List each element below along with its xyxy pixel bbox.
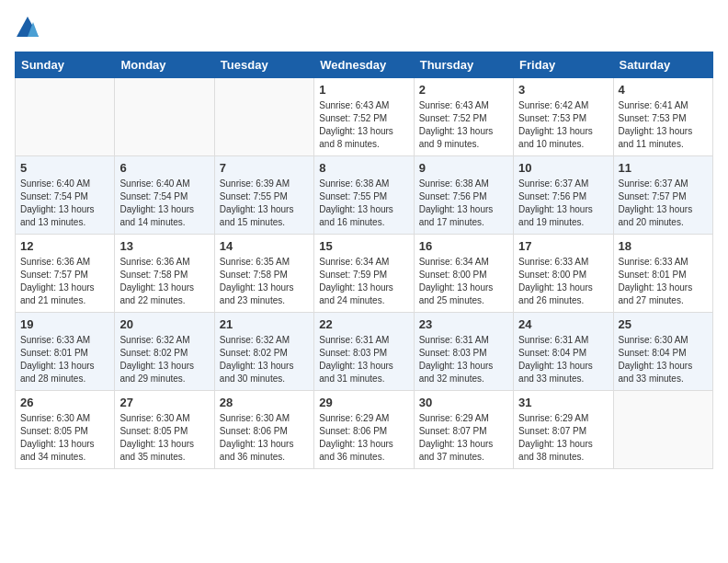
day-number: 18 xyxy=(619,239,708,253)
day-info: Sunrise: 6:32 AMSunset: 8:02 PMDaylight:… xyxy=(220,334,309,385)
calendar-week-row: 26Sunrise: 6:30 AMSunset: 8:05 PMDayligh… xyxy=(16,391,713,469)
day-number: 16 xyxy=(419,239,508,253)
day-info: Sunrise: 6:30 AMSunset: 8:05 PMDaylight:… xyxy=(20,412,109,464)
day-info: Sunrise: 6:38 AMSunset: 7:55 PMDaylight:… xyxy=(319,178,408,229)
logo-icon xyxy=(15,15,40,40)
day-info: Sunrise: 6:29 AMSunset: 8:06 PMDaylight:… xyxy=(319,412,408,464)
day-info: Sunrise: 6:34 AMSunset: 8:00 PMDaylight:… xyxy=(419,256,508,307)
day-number: 22 xyxy=(319,317,408,331)
calendar-header-row: SundayMondayTuesdayWednesdayThursdayFrid… xyxy=(16,52,713,78)
calendar-cell: 10Sunrise: 6:37 AMSunset: 7:56 PMDayligh… xyxy=(514,156,613,235)
calendar-cell: 27Sunrise: 6:30 AMSunset: 8:05 PMDayligh… xyxy=(115,391,214,469)
calendar-cell: 16Sunrise: 6:34 AMSunset: 8:00 PMDayligh… xyxy=(414,235,513,313)
day-info: Sunrise: 6:43 AMSunset: 7:52 PMDaylight:… xyxy=(319,99,408,151)
day-number: 12 xyxy=(20,239,109,253)
calendar-cell: 19Sunrise: 6:33 AMSunset: 8:01 PMDayligh… xyxy=(16,313,115,391)
day-info: Sunrise: 6:31 AMSunset: 8:03 PMDaylight:… xyxy=(319,334,408,385)
calendar-cell xyxy=(214,78,313,156)
calendar-cell xyxy=(16,78,115,156)
weekday-header: Thursday xyxy=(414,52,513,78)
calendar-week-row: 1Sunrise: 6:43 AMSunset: 7:52 PMDaylight… xyxy=(16,78,713,156)
day-number: 13 xyxy=(119,239,209,253)
day-info: Sunrise: 6:31 AMSunset: 8:03 PMDaylight:… xyxy=(419,334,508,385)
calendar-cell: 2Sunrise: 6:43 AMSunset: 7:52 PMDaylight… xyxy=(414,78,513,156)
calendar-cell: 4Sunrise: 6:41 AMSunset: 7:53 PMDaylight… xyxy=(613,78,712,156)
day-number: 1 xyxy=(319,83,408,97)
day-number: 25 xyxy=(619,317,708,331)
calendar-table: SundayMondayTuesdayWednesdayThursdayFrid… xyxy=(15,52,713,469)
calendar-cell: 11Sunrise: 6:37 AMSunset: 7:57 PMDayligh… xyxy=(613,156,712,235)
day-number: 30 xyxy=(419,396,508,409)
day-info: Sunrise: 6:40 AMSunset: 7:54 PMDaylight:… xyxy=(20,178,109,229)
day-info: Sunrise: 6:37 AMSunset: 7:57 PMDaylight:… xyxy=(619,178,708,229)
day-number: 3 xyxy=(518,83,608,97)
day-number: 6 xyxy=(119,161,209,175)
day-number: 29 xyxy=(319,396,408,409)
calendar-cell: 12Sunrise: 6:36 AMSunset: 7:57 PMDayligh… xyxy=(16,235,115,313)
day-info: Sunrise: 6:42 AMSunset: 7:53 PMDaylight:… xyxy=(518,99,608,151)
calendar-cell: 9Sunrise: 6:38 AMSunset: 7:56 PMDaylight… xyxy=(414,156,513,235)
day-number: 21 xyxy=(220,317,309,331)
day-number: 5 xyxy=(20,161,109,175)
day-info: Sunrise: 6:40 AMSunset: 7:54 PMDaylight:… xyxy=(119,178,209,229)
day-info: Sunrise: 6:30 AMSunset: 8:05 PMDaylight:… xyxy=(119,412,209,464)
day-number: 24 xyxy=(518,317,608,331)
calendar-cell: 22Sunrise: 6:31 AMSunset: 8:03 PMDayligh… xyxy=(314,313,414,391)
day-info: Sunrise: 6:30 AMSunset: 8:06 PMDaylight:… xyxy=(220,412,309,464)
calendar-cell: 5Sunrise: 6:40 AMSunset: 7:54 PMDaylight… xyxy=(16,156,115,235)
day-info: Sunrise: 6:36 AMSunset: 7:57 PMDaylight:… xyxy=(20,256,109,307)
day-number: 27 xyxy=(119,396,209,409)
day-info: Sunrise: 6:39 AMSunset: 7:55 PMDaylight:… xyxy=(220,178,309,229)
day-info: Sunrise: 6:30 AMSunset: 8:04 PMDaylight:… xyxy=(619,334,708,385)
day-info: Sunrise: 6:37 AMSunset: 7:56 PMDaylight:… xyxy=(518,178,608,229)
weekday-header: Friday xyxy=(514,52,613,78)
calendar-cell: 3Sunrise: 6:42 AMSunset: 7:53 PMDaylight… xyxy=(514,78,613,156)
day-number: 20 xyxy=(119,317,209,331)
weekday-header: Tuesday xyxy=(214,52,313,78)
day-info: Sunrise: 6:33 AMSunset: 8:01 PMDaylight:… xyxy=(619,256,708,307)
day-info: Sunrise: 6:33 AMSunset: 8:00 PMDaylight:… xyxy=(518,256,608,307)
calendar-cell: 23Sunrise: 6:31 AMSunset: 8:03 PMDayligh… xyxy=(414,313,513,391)
calendar-week-row: 5Sunrise: 6:40 AMSunset: 7:54 PMDaylight… xyxy=(16,156,713,235)
day-number: 23 xyxy=(419,317,508,331)
calendar-cell: 21Sunrise: 6:32 AMSunset: 8:02 PMDayligh… xyxy=(214,313,313,391)
day-info: Sunrise: 6:34 AMSunset: 7:59 PMDaylight:… xyxy=(319,256,408,307)
day-info: Sunrise: 6:29 AMSunset: 8:07 PMDaylight:… xyxy=(518,412,608,464)
calendar-cell xyxy=(613,391,712,469)
logo[interactable] xyxy=(15,15,44,40)
day-info: Sunrise: 6:29 AMSunset: 8:07 PMDaylight:… xyxy=(419,412,508,464)
weekday-header: Monday xyxy=(115,52,214,78)
calendar-cell: 14Sunrise: 6:35 AMSunset: 7:58 PMDayligh… xyxy=(214,235,313,313)
day-number: 28 xyxy=(220,396,309,409)
calendar-cell xyxy=(115,78,214,156)
day-number: 7 xyxy=(220,161,309,175)
day-number: 15 xyxy=(319,239,408,253)
day-info: Sunrise: 6:35 AMSunset: 7:58 PMDaylight:… xyxy=(220,256,309,307)
calendar-cell: 13Sunrise: 6:36 AMSunset: 7:58 PMDayligh… xyxy=(115,235,214,313)
day-number: 19 xyxy=(20,317,109,331)
calendar-week-row: 12Sunrise: 6:36 AMSunset: 7:57 PMDayligh… xyxy=(16,235,713,313)
day-number: 4 xyxy=(619,83,708,97)
calendar-cell: 30Sunrise: 6:29 AMSunset: 8:07 PMDayligh… xyxy=(414,391,513,469)
day-info: Sunrise: 6:32 AMSunset: 8:02 PMDaylight:… xyxy=(119,334,209,385)
day-number: 11 xyxy=(619,161,708,175)
calendar-cell: 26Sunrise: 6:30 AMSunset: 8:05 PMDayligh… xyxy=(16,391,115,469)
day-number: 31 xyxy=(518,396,608,409)
calendar-cell: 17Sunrise: 6:33 AMSunset: 8:00 PMDayligh… xyxy=(514,235,613,313)
weekday-header: Wednesday xyxy=(314,52,414,78)
calendar-cell: 31Sunrise: 6:29 AMSunset: 8:07 PMDayligh… xyxy=(514,391,613,469)
day-info: Sunrise: 6:43 AMSunset: 7:52 PMDaylight:… xyxy=(419,99,508,151)
day-number: 17 xyxy=(518,239,608,253)
day-number: 8 xyxy=(319,161,408,175)
day-number: 2 xyxy=(419,83,508,97)
day-info: Sunrise: 6:33 AMSunset: 8:01 PMDaylight:… xyxy=(20,334,109,385)
calendar-cell: 20Sunrise: 6:32 AMSunset: 8:02 PMDayligh… xyxy=(115,313,214,391)
day-number: 26 xyxy=(20,396,109,409)
calendar-cell: 28Sunrise: 6:30 AMSunset: 8:06 PMDayligh… xyxy=(214,391,313,469)
calendar-cell: 25Sunrise: 6:30 AMSunset: 8:04 PMDayligh… xyxy=(613,313,712,391)
calendar-cell: 7Sunrise: 6:39 AMSunset: 7:55 PMDaylight… xyxy=(214,156,313,235)
calendar-cell: 1Sunrise: 6:43 AMSunset: 7:52 PMDaylight… xyxy=(314,78,414,156)
day-number: 14 xyxy=(220,239,309,253)
day-info: Sunrise: 6:41 AMSunset: 7:53 PMDaylight:… xyxy=(619,99,708,151)
calendar-cell: 24Sunrise: 6:31 AMSunset: 8:04 PMDayligh… xyxy=(514,313,613,391)
